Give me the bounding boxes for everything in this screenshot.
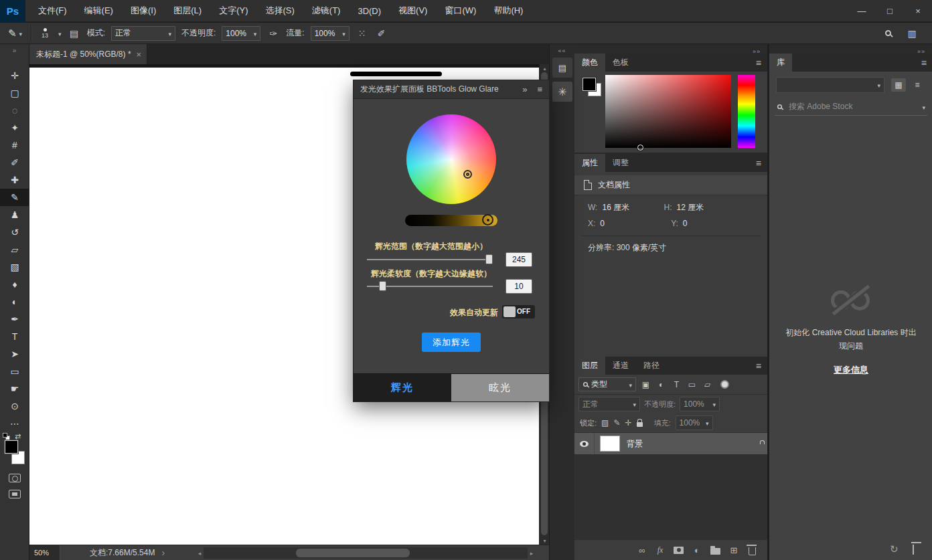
layer-filter-toggle[interactable] <box>720 380 729 389</box>
maximize-button[interactable]: □ <box>876 0 904 22</box>
menu-type[interactable]: 文字(Y) <box>210 0 256 21</box>
layer-blend-mode-select[interactable]: 正常 <box>578 397 640 411</box>
glow-color-wheel[interactable] <box>406 114 496 204</box>
tool-quick-select[interactable]: ✦ <box>0 119 29 136</box>
filter-smart-objects-icon[interactable]: ▱ <box>700 377 715 391</box>
tool-zoom[interactable]: ⊙ <box>0 397 29 415</box>
list-view-icon[interactable]: ≡ <box>910 78 925 92</box>
lock-position-icon[interactable]: ✛ <box>625 419 631 427</box>
tab-adjustments[interactable]: 调整 <box>605 154 636 172</box>
glow-softness-value[interactable]: 10 <box>506 279 532 294</box>
new-layer-icon[interactable]: ⊞ <box>729 545 739 555</box>
tool-gradient[interactable]: ▧ <box>0 258 29 276</box>
color-field-cursor[interactable] <box>637 145 643 151</box>
lock-pixels-icon[interactable]: ✎ <box>613 419 620 427</box>
link-layers-icon[interactable]: ∞ <box>637 545 647 555</box>
tab-glow[interactable]: 辉光 <box>354 374 451 401</box>
width-value[interactable]: 16 厘米 <box>602 203 629 212</box>
more-info-link[interactable]: 更多信息 <box>834 364 868 376</box>
tool-history-brush[interactable]: ↺ <box>0 223 29 241</box>
lock-all-icon[interactable] <box>637 422 643 427</box>
foreground-color-swatch[interactable] <box>5 440 18 454</box>
tool-brush[interactable]: ✎ <box>0 189 29 206</box>
menu-view[interactable]: 视图(V) <box>390 0 436 21</box>
library-sync-icon[interactable]: ↻ <box>890 543 899 555</box>
menu-help[interactable]: 帮助(H) <box>485 0 532 21</box>
layer-row-background[interactable]: 背景 <box>574 433 767 454</box>
menu-edit[interactable]: 编辑(E) <box>76 0 122 21</box>
tool-pen[interactable]: ✒ <box>0 310 29 328</box>
tab-glare[interactable]: 眩光 <box>451 374 549 401</box>
menu-window[interactable]: 窗口(W) <box>436 0 485 21</box>
add-glow-button[interactable]: 添加辉光 <box>422 333 481 352</box>
photoshop-logo[interactable]: Ps <box>0 0 25 22</box>
horizontal-scrollbar-thumb[interactable] <box>296 549 410 557</box>
glow-plugin-header[interactable]: 发光效果扩展面板 BBTools Glow Glare » ≡ <box>354 80 549 99</box>
panel-menu-icon[interactable] <box>921 58 927 68</box>
tool-healing-brush[interactable]: ✚ <box>0 171 29 189</box>
airbrush-icon[interactable]: ⁙ <box>356 25 369 41</box>
tab-properties[interactable]: 属性 <box>574 154 605 172</box>
tool-marquee[interactable]: ▢ <box>0 84 29 102</box>
tool-more[interactable]: ⋯ <box>0 415 29 432</box>
tool-move[interactable]: ✛ <box>0 67 29 84</box>
menu-file[interactable]: 文件(F) <box>29 0 76 21</box>
tool-eyedropper[interactable]: ✐ <box>0 154 29 171</box>
filter-type-layers-icon[interactable]: T <box>669 377 684 391</box>
brush-settings-panel-toggle[interactable]: ▤ <box>68 25 81 41</box>
panel-menu-icon[interactable] <box>756 361 761 371</box>
layer-mask-icon[interactable] <box>674 547 684 554</box>
library-search-field[interactable]: 搜索 Adobe Stock <box>775 98 927 116</box>
menu-filter[interactable]: 滤镜(T) <box>303 0 350 21</box>
brush-size-picker[interactable]: 13 <box>37 28 52 39</box>
tool-dodge[interactable]: ◐ <box>0 293 29 310</box>
x-value[interactable]: 0 <box>600 219 605 228</box>
tool-preset-picker[interactable]: ✎ <box>5 25 25 42</box>
horizontal-scrollbar[interactable] <box>196 547 536 559</box>
scroll-up-icon[interactable] <box>540 64 550 72</box>
screen-mode-button[interactable] <box>9 490 21 498</box>
toolbar-collapse-icon[interactable] <box>0 45 29 55</box>
library-select[interactable] <box>776 77 884 93</box>
workspace-switcher-icon[interactable]: ▥ <box>905 25 919 41</box>
dock-symmetry-icon[interactable]: ✳ <box>552 82 572 102</box>
tool-hand[interactable]: ☛ <box>0 380 29 397</box>
glow-range-handle[interactable] <box>485 254 493 264</box>
default-colors-icon[interactable] <box>3 433 10 440</box>
tool-type[interactable]: T <box>0 328 29 345</box>
search-icon[interactable] <box>881 25 895 41</box>
layer-name[interactable]: 背景 <box>627 438 643 450</box>
delete-layer-icon[interactable] <box>747 545 757 555</box>
tool-shape[interactable]: ▭ <box>0 363 29 380</box>
y-value[interactable]: 0 <box>683 219 688 228</box>
hue-slider[interactable] <box>738 75 755 148</box>
tool-blur[interactable]: ♦ <box>0 276 29 293</box>
flow-select[interactable]: 100% <box>311 26 350 41</box>
color-wheel-cursor[interactable] <box>463 170 472 179</box>
collapse-panel-icon[interactable]: » <box>522 84 527 94</box>
menu-3d[interactable]: 3D(D) <box>349 0 390 21</box>
layer-visibility-cell[interactable] <box>574 433 595 454</box>
menu-layer[interactable]: 图层(L) <box>165 0 210 21</box>
status-popup-icon[interactable] <box>161 547 165 558</box>
brightness-slider-handle[interactable] <box>482 214 493 225</box>
layer-opacity-select[interactable]: 100% <box>680 397 720 411</box>
tab-paths[interactable]: 路径 <box>636 357 667 375</box>
panel-menu-icon[interactable] <box>756 158 761 169</box>
glow-range-slider[interactable] <box>367 259 493 260</box>
close-button[interactable]: × <box>904 0 932 22</box>
tool-path-select[interactable]: ➤ <box>0 345 29 363</box>
quick-mask-button[interactable] <box>9 474 21 482</box>
panel-menu-icon[interactable]: ≡ <box>537 84 542 94</box>
auto-update-toggle[interactable]: OFF <box>502 305 535 318</box>
dock-brush-settings-icon[interactable]: ▤ <box>552 58 572 78</box>
document-tab[interactable]: 未标题-1 @ 50%(RGB/8) * × <box>29 44 147 64</box>
expand-panels-icon[interactable] <box>550 46 574 56</box>
tab-swatches[interactable]: 色板 <box>605 54 636 72</box>
scroll-down-icon[interactable] <box>540 537 550 545</box>
filter-shape-layers-icon[interactable]: ▭ <box>684 377 700 391</box>
horizontal-scrollbar-track[interactable] <box>204 547 528 559</box>
blend-mode-select[interactable]: 正常 <box>111 26 175 41</box>
zoom-level-field[interactable]: 50% <box>29 545 60 560</box>
layer-fill-select[interactable]: 100% <box>676 415 713 430</box>
